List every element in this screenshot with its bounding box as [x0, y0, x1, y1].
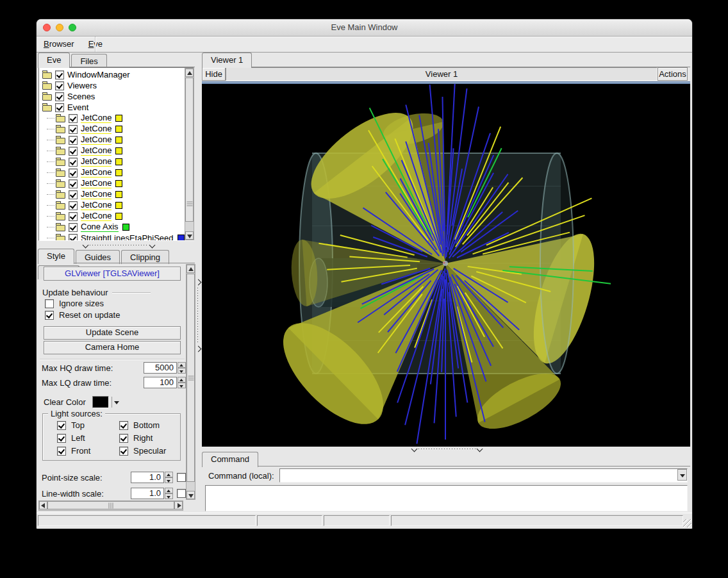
checkbox[interactable] [45, 299, 54, 308]
event-display-canvas[interactable] [202, 84, 690, 447]
checkbox[interactable] [57, 434, 66, 443]
item-color-marker[interactable] [115, 191, 122, 198]
combo-dropdown-icon[interactable] [677, 469, 687, 481]
tree-row[interactable]: JetCone [39, 178, 194, 189]
tree-row[interactable]: JetCone [39, 167, 194, 178]
update-scene-button[interactable]: Update Scene [44, 326, 181, 340]
checkbox[interactable] [45, 311, 54, 320]
splitter-collapse-icon[interactable] [477, 446, 483, 452]
tree-item-label[interactable]: JetCone [81, 211, 112, 221]
tab-guides[interactable]: Guides [76, 250, 120, 264]
clear-color-swatch[interactable] [92, 396, 109, 408]
tree-row[interactable]: Scenes [39, 91, 194, 102]
item-color-marker[interactable] [115, 158, 122, 165]
checkbox[interactable] [69, 158, 78, 167]
checkbox[interactable] [55, 92, 64, 101]
tree-item-label[interactable]: StraightLinesEtaPhiSeed [81, 234, 174, 242]
checkbox[interactable] [69, 125, 78, 134]
panel-splitter[interactable] [195, 52, 201, 511]
spinbox[interactable]: 1.0 [131, 472, 173, 483]
tree-row[interactable]: StraightLinesEtaPhiSeed [39, 233, 194, 241]
splitter-collapse-icon[interactable] [149, 242, 156, 249]
item-color-marker[interactable] [115, 147, 122, 154]
item-color-marker[interactable] [115, 126, 122, 133]
checkbox[interactable] [69, 223, 78, 232]
tree-row[interactable]: JetCone [39, 145, 194, 156]
item-color-marker[interactable] [115, 169, 122, 176]
tree-item-label[interactable]: JetCone [81, 135, 112, 145]
spin-down-icon[interactable] [178, 383, 186, 388]
spin-value[interactable]: 100 [144, 377, 177, 388]
item-color-marker[interactable] [115, 202, 122, 209]
spin-up-icon[interactable] [178, 377, 186, 383]
gl-viewport[interactable] [202, 84, 690, 447]
style-horizontal-scrollbar[interactable] [38, 500, 183, 511]
tree-item-label[interactable]: Viewers [67, 81, 97, 90]
tree-item-label[interactable]: WindowManager [67, 70, 130, 79]
checkbox[interactable] [69, 169, 78, 178]
item-color-marker[interactable] [115, 180, 122, 187]
checkbox[interactable] [177, 473, 186, 482]
scrollbar-thumb[interactable] [47, 501, 174, 509]
checkbox[interactable] [69, 234, 78, 242]
tree-item-label[interactable]: JetCone [81, 113, 112, 123]
checkbox[interactable] [119, 434, 128, 443]
scrollbar-thumb[interactable] [186, 274, 195, 482]
spin-down-icon[interactable] [165, 493, 173, 499]
tree-item-label[interactable]: JetCone [81, 190, 112, 199]
checkbox[interactable] [55, 103, 64, 112]
spin-down-icon[interactable] [178, 368, 186, 374]
spin-value[interactable]: 1.0 [131, 472, 164, 483]
tab-viewer-1[interactable]: Viewer 1 [202, 53, 252, 68]
tree-row[interactable]: JetCone [39, 189, 194, 200]
tree-item-label[interactable]: JetCone [81, 179, 112, 188]
spin-up-icon[interactable] [165, 472, 173, 477]
tree-row[interactable]: JetCone [39, 156, 194, 167]
viewer-command-splitter[interactable] [202, 447, 690, 452]
checkbox[interactable] [69, 136, 78, 145]
spinbox[interactable]: 1.0 [131, 488, 173, 499]
tab-command[interactable]: Command [202, 452, 258, 467]
spin-value[interactable]: 5000 [144, 362, 177, 374]
tree-vertical-scrollbar[interactable] [185, 68, 194, 240]
item-color-marker[interactable] [178, 235, 185, 241]
actions-button[interactable]: Actions [658, 67, 688, 81]
clear-color-dropdown-icon[interactable] [112, 397, 120, 408]
checkbox[interactable] [69, 179, 78, 188]
tree-item-label[interactable]: JetCone [81, 124, 112, 134]
glviewer-button[interactable]: GLViewer [TGLSAViewer] [44, 267, 181, 281]
tree-row[interactable]: Cone Axis [39, 222, 194, 233]
scroll-down-button[interactable] [186, 491, 195, 499]
tree-item-label[interactable]: Scenes [67, 92, 95, 101]
tree-row[interactable]: Viewers [39, 80, 194, 91]
menu-item-browser[interactable]: Browser [37, 37, 81, 52]
tree-item-label[interactable]: JetCone [81, 168, 112, 178]
item-color-marker[interactable] [115, 136, 122, 144]
tab-clipping[interactable]: Clipping [121, 250, 169, 264]
checkbox[interactable] [119, 421, 128, 430]
tab-files[interactable]: Files [71, 54, 106, 68]
item-color-marker[interactable] [115, 115, 122, 122]
tree-row[interactable]: Event [39, 102, 194, 113]
tree-style-splitter[interactable] [38, 242, 194, 248]
tree-item-label[interactable]: Event [67, 103, 88, 112]
scroll-down-button[interactable] [185, 231, 194, 240]
tree-row[interactable]: JetCone [39, 200, 194, 211]
checkbox[interactable] [69, 114, 78, 123]
spinbox[interactable]: 5000 [144, 362, 186, 374]
tree-item-label[interactable]: Cone Axis [81, 222, 119, 232]
item-color-marker[interactable] [122, 224, 129, 231]
checkbox[interactable] [69, 201, 78, 210]
hide-button[interactable]: Hide [202, 67, 226, 81]
checkbox[interactable] [57, 447, 66, 456]
checkbox[interactable] [55, 70, 64, 79]
spin-up-icon[interactable] [178, 362, 186, 368]
spin-value[interactable]: 1.0 [131, 488, 164, 499]
scrollbar-thumb[interactable] [185, 78, 194, 222]
checkbox[interactable] [119, 447, 128, 456]
spin-down-icon[interactable] [165, 477, 173, 483]
checkbox[interactable] [69, 147, 78, 156]
spinbox[interactable]: 100 [144, 377, 186, 388]
tree-row[interactable]: WindowManager [39, 69, 194, 80]
tree-row[interactable]: JetCone [39, 113, 194, 124]
